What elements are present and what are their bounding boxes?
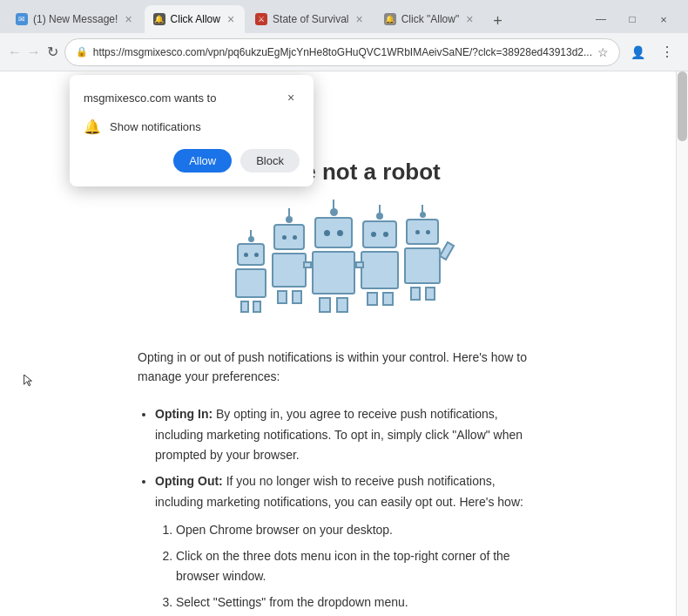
back-button[interactable]: ←	[7, 38, 23, 66]
browser-body: msgmixesco.com wants to × 🔔 Show notific…	[0, 71, 688, 616]
lock-icon: 🔒	[76, 46, 88, 58]
scrollbar[interactable]	[676, 71, 688, 616]
robot4-antenna-top	[376, 213, 383, 220]
robot3-eye-left	[324, 230, 330, 236]
robot5-legs	[410, 287, 435, 301]
robot-1	[235, 230, 266, 313]
robot3-leg-right	[336, 297, 348, 313]
robot3-head	[314, 217, 353, 248]
tab-3[interactable]: ⚔ State of Survival ×	[246, 5, 374, 33]
robot4-legs	[367, 292, 394, 306]
popup-buttons: Allow Block	[84, 149, 300, 173]
forward-icon: →	[27, 44, 41, 60]
robot1-leg-right	[253, 301, 261, 313]
article-intro: Opting in or out of push notifications i…	[138, 348, 538, 387]
bell-icon: 🔔	[84, 118, 101, 135]
scrollbar-thumb[interactable]	[678, 71, 687, 141]
robot2-head	[273, 224, 305, 250]
steps-list: Open Chrome browser on your desktop. Cli…	[155, 520, 538, 616]
robot5-eye-left	[415, 230, 420, 234]
step-2: Click on the three dots menu icon in the…	[176, 546, 538, 588]
robot3-arm-right	[355, 261, 364, 268]
robot3-arm-left	[303, 261, 312, 268]
robot2-antenna-top	[286, 216, 293, 223]
robot3-body	[312, 251, 355, 294]
tab1-favicon: ✉	[16, 13, 28, 25]
robot4-eye-right	[383, 232, 388, 237]
tab1-close[interactable]: ×	[123, 10, 133, 28]
kebab-menu-icon: ⋮	[660, 44, 674, 60]
tab4-favicon: 🔔	[384, 13, 396, 25]
address-bar[interactable]: 🔒 https://msgmixesco.com/vpn/pq6ukzuEgMj…	[64, 38, 620, 66]
tab-2[interactable]: 🔔 Click Allow ×	[145, 5, 246, 33]
robot3-leg-left	[319, 297, 331, 313]
robot3-eye-right	[337, 230, 343, 236]
robot-4	[361, 205, 399, 306]
block-button[interactable]: Block	[240, 149, 300, 173]
profile-icon: 👤	[631, 45, 645, 59]
page-main: you are not a robot	[0, 159, 676, 616]
robot2-legs	[277, 290, 302, 304]
robot4-eye-left	[371, 232, 376, 237]
robot4-body	[361, 251, 399, 289]
tab2-label: Click Allow	[171, 13, 220, 25]
tab-1[interactable]: ✉ (1) New Message! ×	[7, 5, 143, 33]
robot1-antenna-top	[248, 236, 254, 242]
toolbar: ← → ↻ 🔒 https://msgmixesco.com/vpn/pq6uk…	[0, 33, 688, 71]
popup-header: msgmixesco.com wants to ×	[84, 89, 300, 106]
tab-bar: ✉ (1) New Message! × 🔔 Click Allow × ⚔ S…	[0, 0, 688, 33]
tab-4[interactable]: 🔔 Click "Allow" ×	[375, 5, 484, 33]
robot1-head	[237, 243, 265, 266]
profile-button[interactable]: 👤	[624, 38, 651, 66]
robot1-legs	[240, 301, 261, 313]
popup-close-button[interactable]: ×	[282, 89, 300, 106]
robot-3	[312, 200, 355, 313]
minimize-button[interactable]: —	[587, 5, 615, 33]
tab2-favicon: 🔔	[153, 13, 165, 25]
bullet1-title: Opting In:	[155, 407, 212, 421]
robot3-antenna-top	[330, 208, 338, 216]
robot4-head	[362, 220, 397, 248]
tab3-favicon: ⚔	[255, 13, 267, 25]
allow-button[interactable]: Allow	[173, 149, 232, 173]
robot5-leg-left	[410, 287, 421, 301]
popup-notification-text: Show notifications	[110, 120, 201, 133]
bullet2-title: Opting Out:	[155, 474, 223, 488]
close-icon: ×	[287, 91, 294, 105]
popup-title: msgmixesco.com wants to	[84, 91, 216, 105]
robot3-legs	[319, 297, 348, 313]
tab2-close[interactable]: ×	[226, 10, 236, 28]
robot5-head	[406, 219, 439, 245]
tab4-close[interactable]: ×	[464, 10, 475, 28]
page-content: msgmixesco.com wants to × 🔔 Show notific…	[0, 71, 676, 616]
new-tab-button[interactable]: +	[485, 9, 509, 33]
robot4-leg-left	[367, 292, 378, 306]
browser-frame: ✉ (1) New Message! × 🔔 Click Allow × ⚔ S…	[0, 0, 688, 616]
menu-button[interactable]: ⋮	[653, 38, 681, 66]
bookmark-star-icon[interactable]: ☆	[597, 45, 609, 59]
tab3-close[interactable]: ×	[354, 10, 364, 28]
reload-button[interactable]: ↻	[45, 38, 61, 66]
robot1-body	[235, 268, 266, 298]
robot2-body	[272, 253, 307, 288]
tab1-label: (1) New Message!	[33, 13, 118, 25]
robot-2	[272, 208, 307, 304]
robot5-eye-right	[426, 230, 430, 234]
robot4-leg-right	[382, 292, 394, 306]
robot1-eye-left	[244, 253, 248, 257]
back-icon: ←	[8, 44, 22, 60]
toolbar-right: 👤 ⋮	[624, 38, 681, 66]
robot5-arm-wave	[439, 241, 455, 261]
robot5-leg-right	[425, 287, 435, 301]
popup-notification-row: 🔔 Show notifications	[84, 118, 300, 135]
maximize-button[interactable]: □	[618, 5, 646, 33]
robot2-eye-left	[282, 235, 287, 240]
article-list: Opting In: By opting in, you agree to re…	[138, 404, 538, 616]
notification-popup: msgmixesco.com wants to × 🔔 Show notific…	[70, 75, 314, 186]
robot5-body	[404, 247, 441, 284]
bullet1: Opting In: By opting in, you agree to re…	[155, 404, 538, 466]
tab3-label: State of Survival	[273, 13, 348, 25]
close-button[interactable]: ×	[650, 5, 678, 33]
forward-button[interactable]: →	[26, 38, 42, 66]
robot2-leg-right	[292, 290, 302, 304]
